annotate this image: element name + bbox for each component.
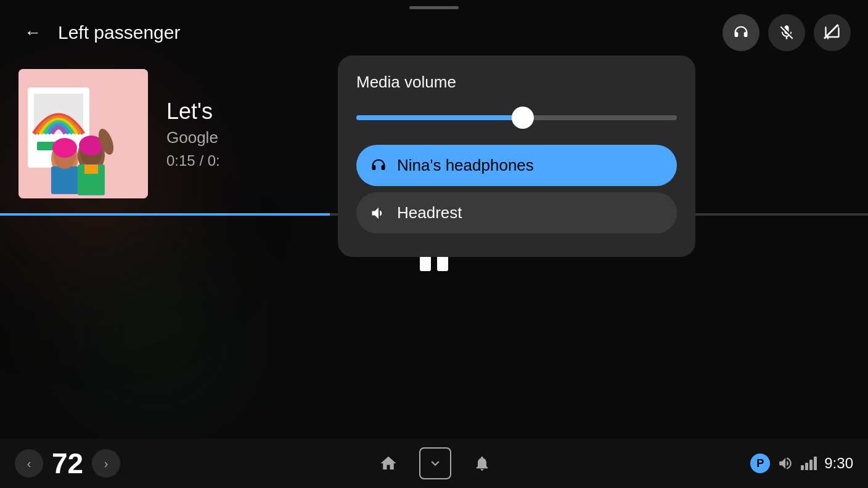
drag-handle [409, 6, 459, 9]
bell-icon [473, 455, 491, 472]
output-option-headphones-label: Nina's headphones [397, 156, 534, 175]
bottom-nav: ‹ 72 › P [0, 439, 868, 488]
status-p-badge: P [750, 453, 770, 473]
signal-bar-4 [814, 457, 817, 470]
headphones-option-icon [370, 157, 387, 174]
time-display: 9:30 [824, 455, 853, 472]
svg-rect-5 [51, 166, 78, 194]
volume-slider-fill [356, 115, 523, 120]
output-option-headphones[interactable]: Nina's headphones [356, 145, 677, 186]
back-arrow-icon: ← [24, 23, 41, 43]
signal-bar-1 [801, 465, 804, 470]
channel-forward-icon: › [104, 457, 108, 471]
volume-slider-container[interactable] [356, 104, 677, 131]
channel-number: 72 [52, 447, 83, 480]
chevron-down-button[interactable] [419, 447, 451, 479]
headphones-icon [732, 24, 750, 41]
home-button[interactable] [372, 447, 404, 479]
bottom-right: P 9:30 [750, 453, 853, 473]
output-option-headrest-label: Headrest [397, 203, 462, 222]
speaker-option-icon [370, 205, 387, 222]
volume-status-icon [777, 455, 793, 471]
channel-back-button[interactable]: ‹ [15, 449, 43, 478]
channel-back-icon: ‹ [27, 457, 31, 471]
mic-off-icon [778, 24, 795, 41]
volume-popup: Media volume Nina's headphones Headrest [338, 55, 695, 257]
bottom-center [372, 447, 498, 479]
notification-button[interactable] [466, 447, 498, 479]
output-option-headrest[interactable]: Headrest [356, 192, 677, 234]
page-title: Left passenger [58, 22, 180, 43]
album-art [18, 69, 148, 198]
signal-bar-2 [805, 463, 808, 470]
signal-bars [801, 457, 817, 470]
mic-off-button[interactable] [768, 14, 805, 51]
bottom-left: ‹ 72 › [15, 447, 120, 480]
header: ← Left passenger [0, 11, 868, 54]
back-button[interactable]: ← [17, 17, 48, 48]
volume-label: Media volume [356, 73, 677, 92]
screen-off-icon [824, 24, 841, 41]
headphones-button[interactable] [723, 14, 760, 51]
screen-off-button[interactable] [814, 14, 851, 51]
chevron-down-icon [427, 455, 443, 471]
svg-point-7 [52, 138, 77, 158]
channel-forward-button[interactable]: › [92, 449, 120, 478]
volume-slider-thumb[interactable] [512, 107, 534, 129]
header-icons [723, 14, 851, 51]
signal-bar-3 [809, 460, 813, 470]
home-icon [379, 454, 398, 473]
progress-bar-fill [0, 213, 330, 216]
svg-rect-13 [84, 165, 98, 174]
